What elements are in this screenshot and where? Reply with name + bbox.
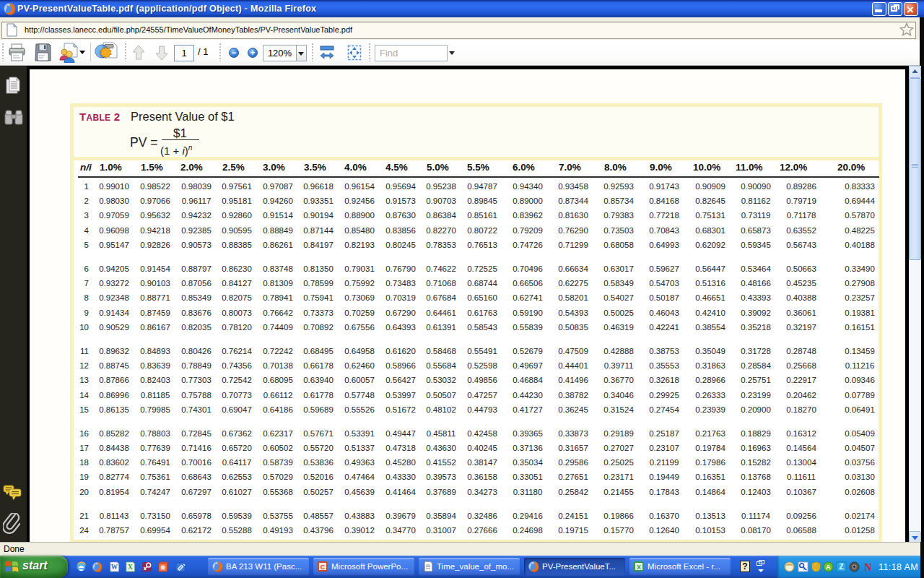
svg-text:X: X [128,564,133,571]
svg-text:X: X [637,564,641,571]
svg-text:A: A [826,564,831,571]
svg-text:W: W [111,564,118,571]
svg-text:C: C [321,564,326,571]
svg-text:Z: Z [839,563,843,571]
svg-text:N: N [864,561,871,572]
